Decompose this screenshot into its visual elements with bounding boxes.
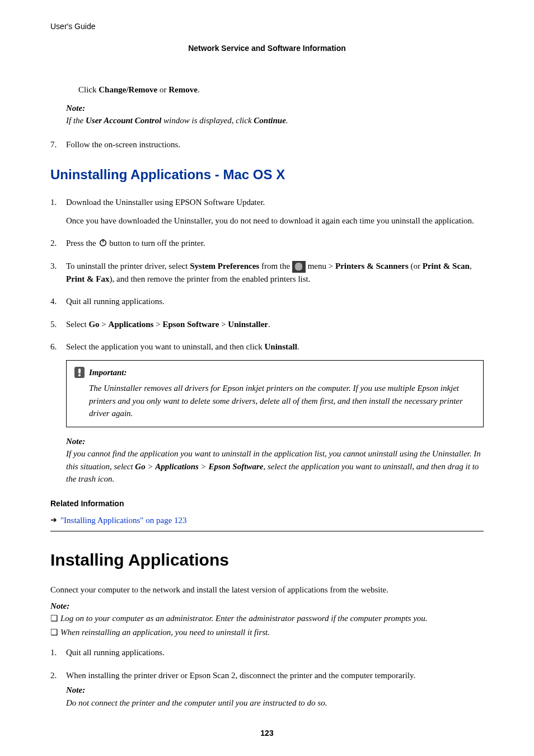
text-fragment: ), and then remove the printer from the … (109, 274, 310, 283)
page-number: 123 (0, 727, 534, 739)
power-icon (99, 238, 107, 247)
step-number: 3. (50, 260, 66, 286)
bold-text: Change/Remove (99, 85, 157, 94)
step-number: 2. (50, 237, 66, 250)
mac-step-1: 1. Download the Uninstaller using EPSON … (50, 196, 484, 227)
apple-menu-icon (292, 261, 306, 273)
note-body: If the User Account Control window is di… (66, 114, 484, 127)
text-fragment: window is displayed, click (161, 116, 254, 125)
step-number: 2. (50, 669, 66, 710)
text-fragment: If the (66, 116, 86, 125)
step-text: Follow the on-screen instructions. (66, 138, 484, 151)
note-body: Do not connect the printer and the compu… (66, 697, 484, 710)
text-fragment: Press the (66, 239, 99, 248)
text-fragment: . (286, 116, 288, 125)
bold-text: Epson Software (162, 320, 219, 329)
paragraph: Download the Uninstaller using EPSON Sof… (66, 196, 484, 209)
step-number: 1. (50, 646, 66, 659)
important-body: The Uninstaller removes all drivers for … (89, 382, 475, 420)
header-guide: User's Guide (50, 21, 484, 32)
bold-text: Uninstall (265, 342, 297, 351)
text-fragment: > (199, 462, 209, 471)
step-number: 6. (50, 340, 66, 353)
mac-step-6: 6. Select the application you want to un… (50, 340, 484, 353)
bullet-icon: ❏ (50, 612, 60, 625)
bold-text: Continue (254, 116, 286, 125)
step-text: Quit all running applications. (66, 295, 484, 308)
step-text: Download the Uninstaller using EPSON Sof… (66, 196, 484, 227)
paragraph: Once you have downloaded the Uninstaller… (66, 214, 484, 227)
note-label: Note: (66, 684, 484, 697)
important-label: Important: (89, 366, 127, 379)
bold-text: Print & Fax (66, 274, 109, 283)
important-callout: Important: The Uninstaller removes all d… (66, 360, 484, 427)
bold-text: System Preferences (190, 262, 259, 270)
mac-step-4: 4. Quit all running applications. (50, 295, 484, 308)
text-fragment: button to turn off the printer. (107, 239, 205, 248)
bold-text: Applications (109, 320, 154, 329)
text-fragment: > (219, 320, 228, 329)
install-step-1: 1. Quit all running applications. (50, 646, 484, 659)
text-fragment: > (100, 320, 109, 329)
bold-text: Printers & Scanners (335, 262, 409, 270)
bold-text: Uninstaller (228, 320, 268, 329)
note-bullets: ❏Log on to your computer as an administr… (50, 612, 484, 638)
note-label: Note: (66, 435, 484, 448)
section-divider (50, 531, 484, 531)
note-label: Note: (66, 102, 484, 115)
step-text: Quit all running applications. (66, 646, 484, 659)
text-fragment: > (153, 320, 162, 329)
note-body: If you cannot find the application you w… (66, 447, 484, 486)
step-text: When installing the printer driver or Ep… (66, 669, 484, 710)
click-remove-line: Click Change/Remove or Remove. (78, 83, 484, 96)
bold-text: Epson Software (208, 462, 263, 471)
text-fragment: from the (259, 262, 292, 270)
bold-text: Go (88, 320, 99, 329)
text-fragment: . (198, 85, 200, 94)
text-fragment: . (268, 320, 270, 329)
bullet-item: ❏When reinstalling an application, you n… (50, 626, 484, 639)
step-text: Select the application you want to unins… (66, 340, 484, 353)
text-fragment: Click (78, 85, 99, 94)
mac-step-3: 3. To uninstall the printer driver, sele… (50, 260, 484, 286)
mac-step-2: 2. Press the button to turn off the prin… (50, 237, 484, 250)
step-text: Press the button to turn off the printer… (66, 237, 484, 250)
note-label: Note: (50, 600, 484, 613)
bullet-text: When reinstalling an application, you ne… (60, 626, 270, 639)
text-fragment: . (297, 342, 299, 351)
step-number: 1. (50, 196, 66, 227)
exclamation-icon (74, 367, 85, 378)
text-fragment: menu > (306, 262, 335, 270)
text-fragment: , (470, 262, 472, 270)
mac-step-5: 5. Select Go > Applications > Epson Soft… (50, 318, 484, 331)
bold-text: Print & Scan (423, 262, 470, 270)
breadcrumb: Network Service and Software Information (50, 43, 484, 54)
related-link[interactable]: ➜ "Installing Applications" on page 123 (50, 514, 484, 527)
bold-text: User Account Control (86, 116, 161, 125)
install-intro: Connect your computer to the network and… (50, 584, 484, 596)
step-text: Select Go > Applications > Epson Softwar… (66, 318, 484, 331)
step-number: 5. (50, 318, 66, 331)
text-fragment: or (157, 85, 168, 94)
text-fragment: > (146, 462, 156, 471)
text-fragment: To uninstall the printer driver, select (66, 262, 190, 270)
text-fragment: (or (409, 262, 423, 270)
bold-text: Go (135, 462, 145, 471)
bullet-item: ❏Log on to your computer as an administr… (50, 612, 484, 625)
text-fragment: Select (66, 320, 88, 329)
paragraph: When installing the printer driver or Ep… (66, 669, 484, 682)
text-fragment: Select the application you want to unins… (66, 342, 265, 351)
bold-text: Remove (168, 85, 198, 94)
link-text: "Installing Applications" on page 123 (60, 514, 187, 527)
section-title-install: Installing Applications (50, 547, 484, 572)
bold-text: Applications (155, 462, 199, 471)
bullet-text: Log on to your computer as an administra… (60, 612, 428, 625)
step-number: 7. (50, 138, 66, 151)
step-text: To uninstall the printer driver, select … (66, 260, 484, 286)
step-7: 7. Follow the on-screen instructions. (50, 138, 484, 151)
install-step-2: 2. When installing the printer driver or… (50, 669, 484, 710)
arrow-icon: ➜ (50, 514, 57, 526)
bullet-icon: ❏ (50, 626, 60, 639)
step-number: 4. (50, 295, 66, 308)
section-title-mac: Uninstalling Applications - Mac OS X (50, 165, 484, 185)
